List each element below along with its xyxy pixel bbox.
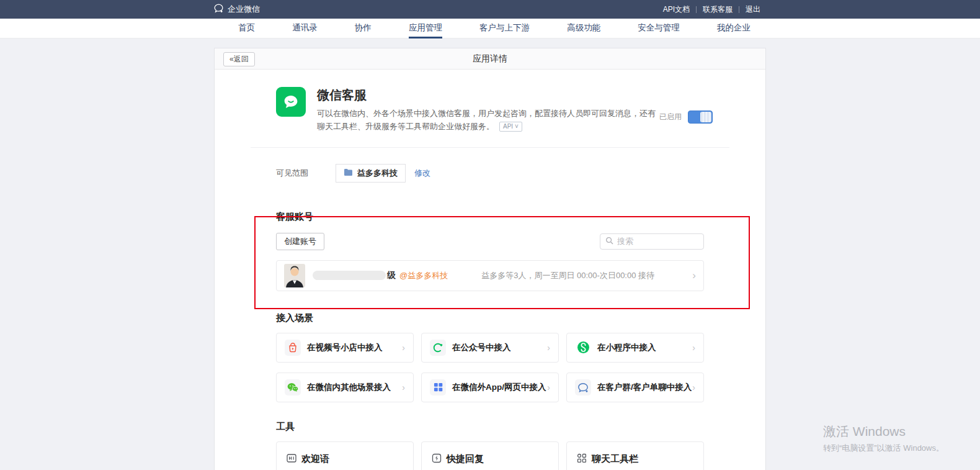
app-enabled-toggle[interactable] <box>688 111 713 124</box>
section-title-tools: 工具 <box>276 421 704 433</box>
section-title-accounts: 客服账号 <box>276 211 704 223</box>
quick-reply-icon <box>432 453 442 465</box>
chevron-right-icon <box>402 383 405 392</box>
nav-item-security[interactable]: 安全与管理 <box>638 19 680 38</box>
app-name: 微信客服 <box>317 87 659 104</box>
app-detail-card: «返回 应用详情 微信客服 可以在微信内、外各个场景中接入微信客服，用户发起咨询… <box>215 48 765 470</box>
visible-range-row: 可见范围 益多多科技 修改 <box>276 164 704 183</box>
visible-range-org-chip: 益多多科技 <box>336 164 406 183</box>
tool-card-quick-reply[interactable]: 快捷回复 企业可为接待人员统一配置快捷回复，接待人员还可自己添加，添加后，接待人… <box>421 441 559 470</box>
wecom-chat-icon <box>575 379 591 395</box>
contact-support-link[interactable]: 联系客服 <box>697 4 739 15</box>
section-title-scenes: 接入场景 <box>276 312 704 324</box>
visible-range-label: 可见范围 <box>276 168 336 179</box>
scene-card-official-account[interactable]: 在公众号中接入 <box>421 333 559 363</box>
main-area: «返回 应用详情 微信客服 可以在微信内、外各个场景中接入微信客服，用户发起咨询… <box>0 38 980 470</box>
account-schedule: 益多多等3人，周一至周日 00:00-次日00:00 接待 <box>481 270 654 281</box>
nav-item-advanced[interactable]: 高级功能 <box>567 19 600 38</box>
divider <box>251 147 729 148</box>
account-toolbar: 创建账号 <box>276 233 704 250</box>
scene-card-external-app[interactable]: 在微信外App/网页中接入 <box>421 373 559 402</box>
wecom-bubble-icon <box>213 3 224 16</box>
nav-item-home[interactable]: 首页 <box>238 19 255 38</box>
api-badge[interactable]: API ˅ <box>499 122 522 132</box>
scene-card-video-shop[interactable]: 在视频号小店中接入 <box>276 333 414 363</box>
tool-grid: 欢迎语 客户进入咨询会话时，将收到欢迎语。欢迎语支持添加常见问答等，添加后将开启… <box>276 441 704 470</box>
api-docs-link[interactable]: API文档 <box>657 4 696 15</box>
back-button[interactable]: «返回 <box>223 52 255 66</box>
app-grid-icon <box>430 379 446 395</box>
chevron-right-icon <box>402 343 405 352</box>
tool-card-welcome[interactable]: 欢迎语 客户进入咨询会话时，将收到欢迎语。欢迎语支持添加常见问答等，添加后将开启 <box>276 441 414 470</box>
miniprogram-icon <box>575 340 591 356</box>
topbar: 企业微信 API文档 联系客服 退出 <box>0 0 980 19</box>
folder-icon <box>344 168 353 178</box>
chevron-right-icon <box>692 383 695 392</box>
nav-item-customers[interactable]: 客户与上下游 <box>479 19 530 38</box>
chevron-right-icon <box>547 383 550 392</box>
app-description: 可以在微信内、外各个场景中接入微信客服，用户发起咨询，配置接待人员即可回复消息，… <box>317 107 659 133</box>
scene-card-customer-chat[interactable]: 在客户群/客户单聊中接入 <box>566 373 704 402</box>
brand-name: 企业微信 <box>228 4 260 15</box>
edit-visible-range-link[interactable]: 修改 <box>414 168 430 179</box>
tool-card-chat-toolbar[interactable]: 聊天工具栏 企业可将应用页面配置到聊天工具栏，方便接待人员在客服聊天中查看和使用… <box>566 441 704 470</box>
chevron-right-icon <box>547 343 550 352</box>
chevron-right-icon <box>692 343 695 352</box>
org-name: 益多多科技 <box>357 168 398 179</box>
windows-activation-watermark: 激活 Windows 转到“电脑设置”以激活 Windows。 <box>823 423 944 454</box>
chat-toolbar-icon <box>577 453 587 465</box>
account-row[interactable]: 级 @益多多科技 益多多等3人，周一至周日 00:00-次日00:00 接待 <box>276 260 704 291</box>
account-avatar <box>284 264 305 287</box>
nav-item-collaboration[interactable]: 协作 <box>355 19 372 38</box>
redacted-account-name <box>313 271 386 280</box>
toggle-knob <box>700 112 711 122</box>
nav-item-app-management[interactable]: 应用管理 <box>409 19 442 38</box>
welcome-icon <box>287 453 296 465</box>
search-input[interactable] <box>617 237 698 246</box>
create-account-button[interactable]: 创建账号 <box>276 233 324 250</box>
scene-card-wechat-other[interactable]: 在微信内其他场景接入 <box>276 373 414 402</box>
logout-link[interactable]: 退出 <box>739 4 767 15</box>
chevron-right-icon <box>692 270 696 281</box>
topbar-links: API文档 联系客服 退出 <box>657 4 767 15</box>
nav-item-contacts[interactable]: 通讯录 <box>292 19 318 38</box>
scene-card-miniprogram[interactable]: 在小程序中接入 <box>566 333 704 363</box>
account-mention: @益多多科技 <box>399 270 448 281</box>
card-header: «返回 应用详情 <box>215 48 765 70</box>
account-name-visible: 级 <box>387 270 396 281</box>
search-box[interactable] <box>600 233 704 250</box>
page-title: 应用详情 <box>473 53 507 65</box>
nav-item-my-company[interactable]: 我的企业 <box>717 19 751 38</box>
wechat-customer-service-app-icon <box>276 87 306 117</box>
video-shop-icon <box>285 340 301 356</box>
wecom-logo[interactable]: 企业微信 <box>213 3 260 16</box>
official-account-icon <box>430 340 446 356</box>
main-nav: 首页 通讯录 协作 应用管理 客户与上下游 高级功能 安全与管理 我的企业 <box>0 19 980 38</box>
search-icon <box>605 236 613 247</box>
enabled-label: 已启用 <box>659 112 682 122</box>
scene-grid: 在视频号小店中接入 在公众号中接入 在小程序中接入 <box>276 333 704 402</box>
wechat-icon <box>285 379 301 395</box>
app-info-section: 微信客服 可以在微信内、外各个场景中接入微信客服，用户发起咨询，配置接待人员即可… <box>276 70 704 133</box>
